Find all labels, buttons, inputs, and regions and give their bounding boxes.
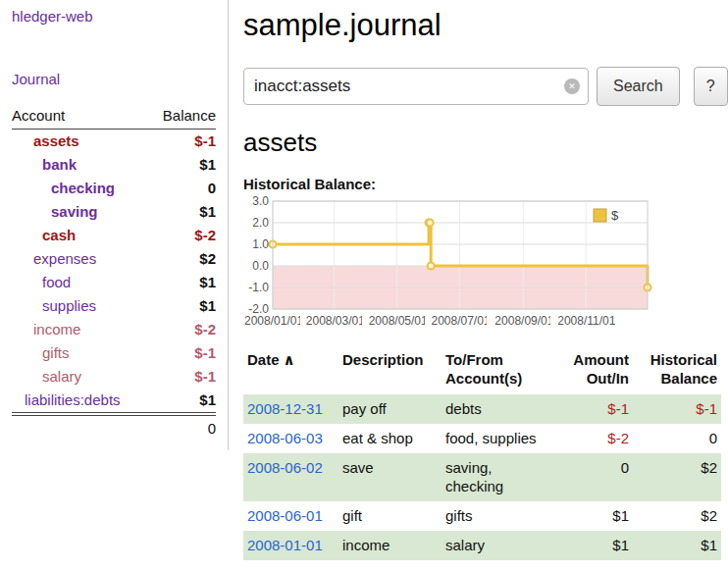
account-link[interactable]: income (33, 321, 80, 337)
account-link[interactable]: gifts (42, 344, 70, 361)
register-description: income (338, 531, 442, 560)
search-input-wrap: ✕ (243, 68, 589, 105)
account-balance: $-1 (149, 341, 216, 365)
account-balance: $1 (149, 153, 216, 177)
account-row: gifts$-1 (12, 341, 216, 365)
account-row: cash$-2 (12, 224, 216, 247)
chart-y-label: -1.0 (243, 281, 269, 294)
search-button[interactable]: Search (597, 67, 680, 106)
register-accounts: salary (442, 531, 551, 560)
account-balance: $1 (149, 271, 216, 294)
register-date-link[interactable]: 2008-01-01 (247, 537, 323, 553)
accounts-header-balance: Balance (149, 104, 216, 130)
accounts-total-balance: 0 (149, 414, 216, 441)
page: hledger-web Journal Account Balance asse… (0, 0, 728, 560)
register-date-link[interactable]: 2008-06-01 (247, 507, 323, 524)
chart-x-label: 2008/11/01 (557, 314, 624, 329)
register-row: 2008-06-03eat & shopfood, supplies$-20 (243, 424, 721, 453)
account-heading: assets (243, 128, 728, 158)
register-amount: $-2 (551, 424, 633, 453)
search-input[interactable] (243, 68, 589, 105)
chart-legend-swatch (594, 209, 606, 222)
account-balance: $2 (149, 247, 216, 271)
register-row: 2008-12-31pay offdebts$-1$-1 (243, 394, 721, 424)
register-amount: 0 (551, 453, 633, 501)
help-button[interactable]: ? (694, 67, 728, 106)
account-balance: $-2 (149, 318, 216, 341)
register-accounts: saving, checking (442, 453, 551, 501)
clear-search-icon[interactable]: ✕ (564, 78, 580, 94)
account-row: salary$-1 (12, 365, 216, 389)
register-description: save (338, 453, 442, 501)
account-balance: $1 (149, 294, 216, 318)
search-bar: ✕ Search ? (243, 67, 728, 106)
account-link[interactable]: expenses (33, 250, 96, 267)
register-description: eat & shop (338, 424, 442, 453)
register-header-balance: Historical Balance (633, 348, 721, 394)
chart-y-label: 1.0 (243, 237, 269, 251)
account-row: supplies$1 (12, 294, 216, 318)
register-row: 2008-06-02savesaving, checking0$2 (243, 453, 721, 501)
account-row: assets$-1 (12, 130, 216, 154)
account-link[interactable]: food (42, 274, 71, 290)
register-row: 2008-01-01incomesalary$1$1 (243, 531, 721, 560)
register-balance: $-1 (633, 394, 721, 424)
register-balance: $1 (633, 531, 721, 560)
accounts-tbody: assets$-1bank$1checking0saving$1cash$-2e… (12, 130, 216, 415)
account-link[interactable]: saving (51, 203, 98, 220)
register-table: Date∧ Description To/From Account(s) Amo… (243, 348, 721, 560)
main-content: sample.journal ✕ Search ? assets Histori… (229, 0, 728, 560)
chart-y-label: 3.0 (243, 194, 269, 208)
account-link[interactable]: cash (42, 227, 76, 243)
account-balance: $1 (149, 389, 216, 414)
page-title: sample.journal (243, 8, 728, 43)
register-balance: 0 (633, 424, 721, 453)
register-description: gift (338, 501, 442, 531)
chart-x-label: 2008/01/01 (244, 314, 300, 329)
account-row: bank$1 (12, 153, 216, 177)
accounts-table: Account Balance assets$-1bank$1checking0… (12, 104, 216, 441)
chart-point (428, 263, 435, 270)
register-balance: $2 (633, 453, 721, 501)
register-header-date[interactable]: Date∧ (243, 348, 338, 394)
account-balance: $-2 (149, 224, 216, 247)
account-row: income$-2 (12, 318, 216, 341)
account-balance: $-1 (149, 365, 216, 389)
register-accounts: food, supplies (442, 424, 551, 453)
sidebar: hledger-web Journal Account Balance asse… (0, 0, 229, 450)
register-header-amount: Amount Out/In (551, 348, 633, 394)
balance-chart: $3.02.01.00.0-1.0-2.02008/01/012008/03/0… (243, 199, 655, 333)
chart-legend-label: $ (611, 208, 619, 223)
account-link[interactable]: liabilities:debts (25, 391, 121, 408)
register-header-row: Date∧ Description To/From Account(s) Amo… (243, 348, 721, 394)
account-link[interactable]: bank (42, 156, 77, 173)
app-title-link[interactable]: hledger-web (12, 8, 93, 25)
register-date-link[interactable]: 2008-06-02 (247, 459, 323, 476)
account-row: liabilities:debts$1 (12, 389, 216, 414)
account-row: saving$1 (12, 200, 216, 224)
chart-y-label: 0.0 (243, 259, 269, 273)
register-date-link[interactable]: 2008-06-03 (247, 430, 323, 446)
register-header-description: Description (338, 348, 442, 394)
accounts-total-spacer (12, 414, 149, 441)
accounts-header-account: Account (12, 104, 149, 130)
account-link[interactable]: supplies (42, 297, 96, 314)
nav-journal-link[interactable]: Journal (12, 71, 60, 87)
register-description: pay off (338, 394, 442, 424)
account-row: expenses$2 (12, 247, 216, 271)
account-balance: 0 (149, 177, 216, 200)
app-title-row: hledger-web (12, 8, 216, 26)
register-accounts: debts (442, 394, 551, 424)
sort-asc-icon: ∧ (284, 351, 295, 368)
account-row: food$1 (12, 271, 216, 294)
chart-y-label: 2.0 (243, 216, 269, 230)
accounts-total-row: 0 (12, 414, 216, 441)
account-link[interactable]: checking (51, 180, 115, 196)
chart-x-label: 2008/05/01 (369, 314, 425, 329)
register-date-link[interactable]: 2008-12-31 (247, 400, 323, 417)
chart-x-label: 2008/07/01 (431, 314, 487, 329)
nav-row: Journal (12, 26, 216, 88)
chart-canvas: $ (243, 199, 655, 313)
account-link[interactable]: assets (33, 132, 79, 149)
account-link[interactable]: salary (42, 368, 81, 385)
